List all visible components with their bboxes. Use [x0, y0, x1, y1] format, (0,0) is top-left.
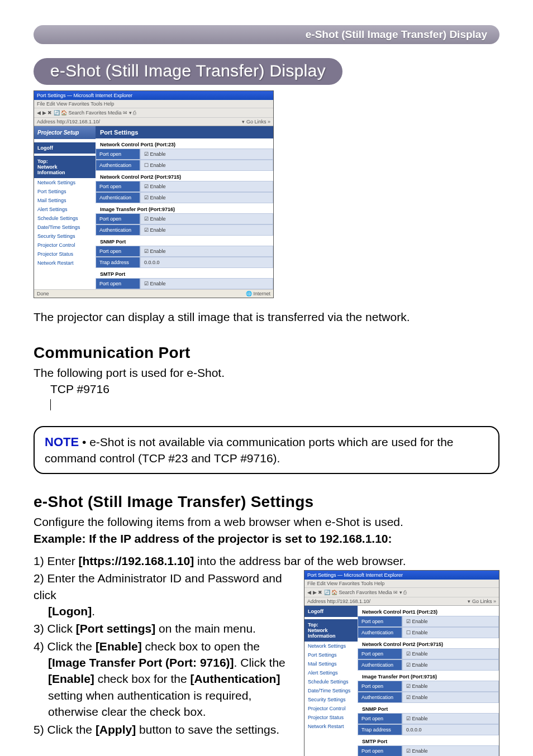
sidebar: Projector Setup Logoff Top: Network Info…	[34, 126, 96, 289]
sidebar-item: Projector Control	[304, 704, 358, 713]
step2a: 2) Enter the Administrator ID and Passwo…	[34, 572, 282, 601]
address-left: Address http://192.168.1.10/	[307, 599, 370, 604]
sidebar-item: Security Settings	[34, 232, 96, 241]
port-settings-screenshot: Port Settings — Microsoft Internet Explo…	[34, 90, 274, 298]
address-bar: Address http://192.168.1.10/ ▾ Go Links …	[304, 597, 499, 606]
sidebar-item: Schedule Settings	[304, 677, 358, 686]
row-value: ☑ Enable	[140, 181, 273, 192]
section-title: SMTP Port	[96, 268, 273, 278]
row-value: ☑ Enable	[402, 659, 499, 671]
sidebar-item: Network Settings	[304, 642, 358, 650]
step1a: 1) Enter	[34, 554, 79, 567]
step4h: [Authentication]	[190, 672, 280, 685]
row-label: Authentication	[96, 192, 140, 203]
row-label: Authentication	[96, 160, 140, 171]
note-text: • e-Shot is not available via communicat…	[45, 436, 453, 465]
settings-example: Example: If the IP address of the projec…	[34, 532, 392, 545]
table-row: Authentication☑ Enable	[96, 192, 273, 203]
sidebar-top-block: Top: Network Information	[304, 619, 358, 642]
page-title-pill: e-Shot (Still Image Transfer) Display	[34, 58, 342, 85]
sidebar-item: Network Restart	[34, 259, 96, 267]
window-titlebar: Port Settings — Microsoft Internet Explo…	[304, 571, 499, 580]
table-row: Authentication☐ Enable	[358, 627, 499, 638]
breadcrumb: e-Shot (Still Image Transfer) Display	[34, 25, 499, 44]
sidebar-item: Alert Settings	[304, 668, 358, 677]
note-box: NOTE • e-Shot is not available via commu…	[34, 426, 499, 474]
step-1: 1) Enter [https://192.168.1.10] into the…	[34, 553, 499, 569]
step1c: into the address bar of the web browser.	[194, 554, 406, 567]
row-value: ☑ Enable	[140, 224, 273, 236]
step4i: setting when authentication is required,…	[48, 689, 251, 718]
row-value: ☑ Enable	[402, 616, 499, 627]
step2c: .	[92, 605, 95, 618]
port-settings-screenshot-2: Port Settings — Microsoft Internet Explo…	[304, 570, 499, 756]
section-title: Network Control Port1 (Port:23)	[96, 138, 273, 149]
table-row: Port open☑ Enable	[358, 713, 499, 724]
step-4: 4) Click the [Enable] check box to open …	[34, 638, 294, 720]
window-menubar: File Edit View Favorites Tools Help	[34, 100, 273, 108]
row-value: ☑ Enable	[402, 681, 499, 692]
sidebar-item: Date/Time Settings	[304, 686, 358, 695]
sidebar-item: Port Settings	[34, 187, 96, 196]
table-row: Port open☑ Enable	[358, 616, 499, 627]
row-value: ☑ Enable	[140, 246, 273, 257]
row-label: Authentication	[358, 627, 402, 638]
row-value: ☑ Enable	[402, 648, 499, 659]
sidebar-item: Mail Settings	[34, 196, 96, 205]
section-title: Network Control Port2 (Port:9715)	[358, 638, 499, 648]
table-row: Port open☑ Enable	[358, 745, 499, 756]
table-row: Authentication☑ Enable	[358, 659, 499, 671]
table-row: Authentication☐ Enable	[96, 160, 273, 171]
table-row: Authentication☑ Enable	[358, 692, 499, 703]
step-3: 3) Click [Port settings] on the main men…	[34, 620, 294, 637]
row-label: Authentication	[358, 692, 402, 703]
address-bar: Address http://192.168.1.10/ ▾ Go Links …	[34, 118, 273, 126]
table-row: Port open☑ Enable	[96, 278, 273, 289]
step2b: [Logon]	[48, 605, 92, 618]
address-right: ▾ Go Links »	[468, 599, 496, 604]
row-label: Port open	[358, 681, 402, 692]
window-toolbar: ◀ ▶ ✖ 🔄 🏠 Search Favorites Media ✉ ▾ ⎙	[34, 108, 273, 118]
row-label: Port open	[358, 745, 402, 756]
sidebar-item: Projector Status	[34, 250, 96, 259]
sidebar-item: Network Restart	[304, 722, 358, 731]
main-header: Port Settings	[96, 126, 273, 138]
sidebar-item: Security Settings	[304, 695, 358, 704]
row-value: 0.0.0.0	[140, 257, 273, 268]
row-label: Port open	[96, 149, 140, 160]
sidebar-logoff: Logoff	[34, 142, 96, 154]
sidebar: Logoff Top: Network Information Network …	[304, 606, 358, 756]
table-row: Trap address0.0.0.0	[96, 257, 273, 268]
row-value: ☑ Enable	[140, 192, 273, 203]
status-bar: Done 🌐 Internet	[34, 289, 273, 298]
section-title: SMTP Port	[358, 735, 499, 745]
step3a: 3) Click	[34, 622, 76, 635]
step3c: on the main menu.	[155, 622, 256, 635]
row-label: Authentication	[96, 224, 140, 236]
row-label: Port open	[96, 278, 140, 289]
step3b: [Port settings]	[76, 622, 155, 635]
intro-paragraph: The projector can display a still image …	[34, 309, 499, 325]
row-value: ☑ Enable	[140, 278, 273, 289]
row-value: ☑ Enable	[402, 692, 499, 703]
main-panel: Port Settings Network Control Port1 (Por…	[96, 126, 273, 289]
note-label: NOTE	[45, 435, 79, 449]
section-title: Network Control Port1 (Port:23)	[358, 606, 499, 616]
comm-port-heading: Communication Port	[34, 344, 499, 362]
step4f: [Enable]	[48, 672, 94, 685]
table-row: Trap address0.0.0.0	[358, 724, 499, 735]
sidebar-item: Projector Status	[304, 713, 358, 722]
sidebar-item: Date/Time Settings	[34, 223, 96, 232]
row-label: Port open	[358, 616, 402, 627]
breadcrumb-text: e-Shot (Still Image Transfer) Display	[306, 28, 487, 40]
section-title: Image Transfer Port (Port:9716)	[358, 671, 499, 681]
window-toolbar: ◀ ▶ ✖ 🔄 🏠 Search Favorites Media ✉ ▾ ⎙	[304, 588, 499, 597]
row-value: ☑ Enable	[402, 745, 499, 756]
window-menubar: File Edit View Favorites Tools Help	[304, 580, 499, 588]
table-row: Port open☑ Enable	[96, 213, 273, 224]
row-value: ☐ Enable	[402, 627, 499, 638]
row-value: ☑ Enable	[140, 149, 273, 160]
sidebar-item: Projector Control	[34, 241, 96, 250]
section-title: SNMP Port	[96, 236, 273, 246]
row-label: Port open	[96, 213, 140, 224]
